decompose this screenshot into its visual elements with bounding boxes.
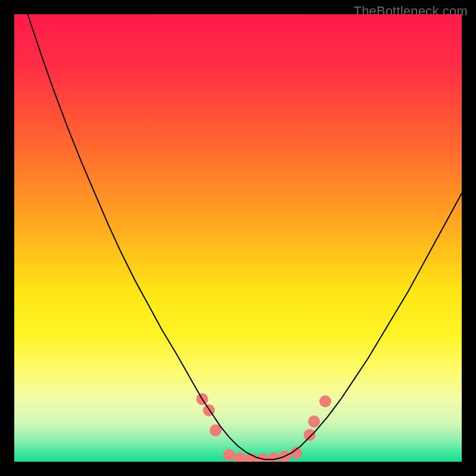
marker-dot [308,415,320,427]
bottleneck-chart [14,14,462,462]
marker-dot [320,395,331,407]
marker-dot [303,429,315,441]
marker-dot [223,449,235,461]
gradient-background [14,14,462,462]
plot-area [14,14,462,462]
chart-container: TheBottleneck.com [0,0,476,476]
